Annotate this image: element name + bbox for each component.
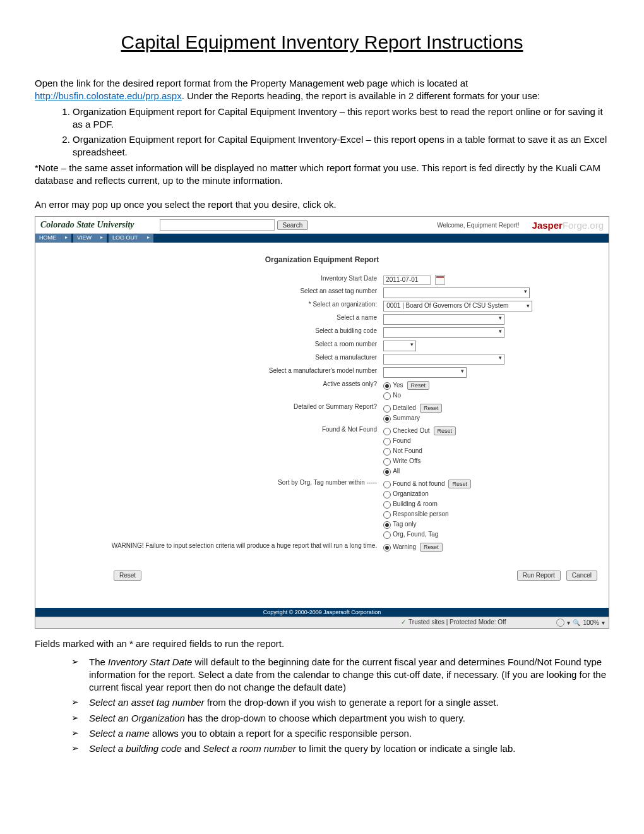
room-select[interactable]	[383, 341, 416, 351]
jasper-text: Jasper	[532, 220, 563, 231]
reset-sort-button[interactable]: Reset	[448, 480, 471, 488]
label-detsum: Detailed or Summary Report?	[109, 402, 379, 424]
bullet-post: has the drop-down to choose which depart…	[185, 713, 465, 723]
nav-logout[interactable]: LOG OUT	[109, 234, 154, 243]
cancel-button[interactable]: Cancel	[566, 571, 597, 581]
nav-view[interactable]: VIEW	[73, 234, 107, 243]
search-button[interactable]: Search	[277, 221, 309, 230]
bullet-em: Select a building code	[89, 743, 182, 754]
zoom-controls[interactable]: ▾ 🔍 100% ▾	[556, 619, 605, 627]
page-title: Capital Equipment Inventory Report Instr…	[35, 32, 609, 53]
list-item: Select a name allows you to obtain a rep…	[71, 727, 609, 740]
nav-bar: HOME VIEW LOG OUT	[35, 234, 609, 243]
opt-found: Found	[393, 437, 410, 444]
radio-sort-broom[interactable]	[383, 501, 391, 509]
opt-all: All	[393, 468, 400, 474]
bcode-select[interactable]	[383, 327, 504, 338]
radio-sort-fnf[interactable]	[383, 481, 391, 488]
radio-warning[interactable]	[383, 544, 391, 552]
label-model: Select a manufacturer's model number	[109, 366, 379, 378]
radio-checkedout[interactable]	[383, 428, 391, 435]
list-item: Organization Equipment report for Capita…	[73, 133, 609, 159]
opt-sort-tag: Tag only	[393, 521, 416, 528]
reset-active-button[interactable]: Reset	[407, 381, 430, 390]
zoom-icon: 🔍	[573, 619, 580, 626]
reset-detsum-button[interactable]: Reset	[420, 404, 443, 413]
opt-warning: Warning	[393, 543, 416, 550]
label-bcode: Select a buidling code	[109, 327, 379, 339]
opt-notfound: Not Found	[393, 447, 422, 454]
globe-icon	[556, 619, 564, 627]
opt-checkedout: Checked Out	[393, 427, 429, 434]
radio-notfound[interactable]	[383, 448, 391, 456]
radio-writeoffs[interactable]	[383, 458, 391, 466]
reset-found-button[interactable]: Reset	[434, 426, 456, 435]
radio-all[interactable]	[383, 468, 391, 476]
run-report-button[interactable]: Run Report	[517, 571, 561, 581]
radio-sort-org[interactable]	[383, 491, 391, 499]
reset-button[interactable]: Reset	[114, 571, 141, 581]
bullet-em2: Select a room number	[203, 743, 296, 754]
opt-sort-org: Organization	[393, 490, 429, 497]
opt-summary: Summary	[393, 414, 420, 421]
note-paragraph: *Note – the same asset information will …	[35, 162, 609, 188]
label-name: Select a name	[109, 313, 379, 325]
form-title: Organization Equipment Report	[40, 255, 604, 264]
header-bar: Colorado State University Search Welcome…	[35, 217, 609, 234]
opt-sort-fnf: Found & not found	[393, 480, 444, 487]
bullet-post: allows you to obtain a report for a spec…	[150, 728, 412, 739]
start-date-input[interactable]: 2011-07-01	[383, 275, 431, 285]
radio-active-yes[interactable]	[383, 382, 391, 390]
intro-paragraph: Open the link for the desired report for…	[35, 77, 609, 103]
copyright-bar: Copyright © 2000-2009 Jaspersoft Corpora…	[35, 608, 609, 617]
model-select[interactable]	[383, 367, 467, 378]
csu-logo: Colorado State University	[40, 220, 134, 230]
report-form: Inventory Start Date 2011-07-01 Select a…	[108, 273, 536, 554]
bullet-em: Select an Organization	[89, 713, 185, 723]
list-item: Organization Equipment report for Capita…	[73, 106, 609, 131]
opt-sort-broom: Building & room	[393, 500, 438, 507]
opt-sort-oft: Org, Found, Tag	[393, 531, 438, 538]
radio-detailed[interactable]	[383, 405, 391, 413]
bullet-and: and	[182, 743, 203, 754]
radio-active-no[interactable]	[383, 392, 391, 400]
list-item: The Inventory Start Date will default to…	[71, 656, 609, 694]
bullet-em: Select a name	[89, 728, 150, 739]
label-start-date: Inventory Start Date	[109, 274, 379, 286]
welcome-text: Welcome, Equipment Report!	[437, 222, 519, 229]
search-input[interactable]	[160, 219, 275, 231]
radio-sort-resp[interactable]	[383, 511, 391, 519]
dropdown-icon: ▾	[602, 619, 605, 626]
field-descriptions: The Inventory Start Date will default to…	[35, 656, 609, 756]
intro-text-1: Open the link for the desired report for…	[35, 78, 468, 88]
nav-home[interactable]: HOME	[35, 234, 72, 243]
radio-found[interactable]	[383, 438, 391, 445]
name-select[interactable]	[383, 314, 504, 325]
manu-select[interactable]	[383, 354, 504, 365]
label-room: Select a room number	[109, 340, 379, 352]
reset-warning-button[interactable]: Reset	[420, 543, 443, 552]
org-select[interactable]: 0001 | Board Of Governors Of CSU System	[383, 301, 532, 311]
tag-select[interactable]	[383, 287, 530, 298]
zoom-level: 100%	[583, 619, 599, 626]
opt-sort-resp: Responsible person	[393, 511, 448, 517]
label-org: * Select an organization:	[109, 300, 379, 312]
opt-active-yes: Yes	[393, 382, 403, 389]
forge-text: Forge.org	[563, 220, 604, 231]
prp-link[interactable]: http://busfin.colostate.edu/prp.aspx	[35, 90, 182, 101]
list-item: Select an Organization has the drop-down…	[71, 712, 609, 725]
button-row: Reset Run Report Cancel	[110, 571, 597, 581]
bullet-em: Inventory Start Date	[108, 656, 192, 667]
checkmark-icon: ✓	[401, 619, 406, 626]
radio-sort-oft[interactable]	[383, 531, 391, 539]
label-sort: Sort by Org, Tag number within -----	[109, 478, 379, 540]
status-trusted: ✓Trusted sites | Protected Mode: Off	[401, 619, 506, 627]
bullet-em: Select an asset tag number	[89, 697, 205, 708]
calendar-icon[interactable]	[435, 275, 445, 285]
radio-summary[interactable]	[383, 415, 391, 423]
error-note: An error may pop up once you select the …	[35, 198, 609, 211]
bullet-post: to limit the query by location or indica…	[296, 743, 516, 754]
radio-sort-tag[interactable]	[383, 521, 391, 529]
bullet-pre: The	[89, 656, 108, 667]
list-item: Select an asset tag number from the drop…	[71, 696, 609, 709]
